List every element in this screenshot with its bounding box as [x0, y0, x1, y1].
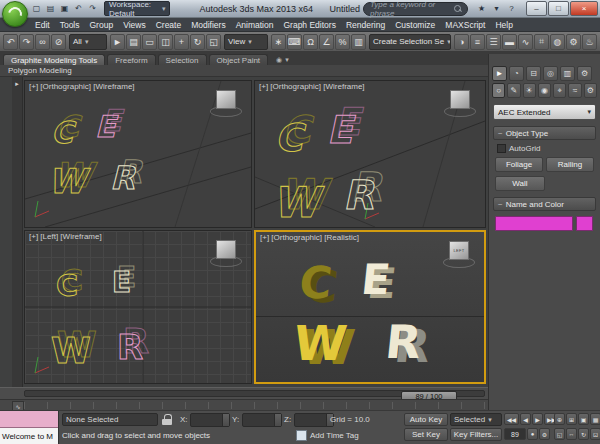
keyboard-shortcut-override-icon[interactable]: ⌨ [287, 34, 302, 50]
viewcube[interactable] [216, 240, 236, 259]
current-frame-field[interactable]: 89 [504, 428, 526, 440]
menu-item[interactable]: Edit [30, 20, 55, 30]
minimize-button[interactable]: – [526, 1, 547, 16]
letter-w-wire[interactable]: W [51, 330, 91, 371]
render-setup-icon[interactable]: ⚙ [566, 34, 581, 50]
pan-view-button[interactable]: ↔ [566, 428, 577, 440]
z-coordinate-field[interactable] [294, 413, 334, 427]
modify-tab-icon[interactable]: ◔ [509, 66, 524, 81]
align-icon[interactable]: ≡ [470, 34, 485, 50]
play-animation-button[interactable]: ▶ [532, 413, 543, 425]
helpers-category-icon[interactable]: ⌖ [553, 83, 566, 98]
name-and-color-rollout[interactable]: Name and Color [493, 197, 596, 211]
viewport-label[interactable]: [+] [Orthographic] [Wireframe] [259, 82, 365, 91]
select-by-name-icon[interactable]: ▤ [126, 34, 141, 50]
orbit-button[interactable]: ↻ [578, 428, 589, 440]
edit-named-selection-sets-icon[interactable]: ▥ [351, 34, 366, 50]
schematic-view-icon[interactable]: ⌗ [534, 34, 549, 50]
set-key-button[interactable]: Set Key [404, 428, 448, 441]
manage-layers-icon[interactable]: ☰ [486, 34, 501, 50]
letter-w-wire[interactable]: W [46, 161, 93, 200]
select-and-manipulate-icon[interactable]: ∗ [271, 34, 286, 50]
space-warps-category-icon[interactable]: ≈ [568, 83, 581, 98]
zoom-region-button[interactable]: ◱ [554, 428, 565, 440]
systems-category-icon[interactable]: ⚙ [584, 83, 597, 98]
zoom-all-button[interactable]: ⊞ [566, 413, 577, 425]
percent-snap-icon[interactable]: % [335, 34, 350, 50]
autogrid-checkbox[interactable] [497, 144, 506, 153]
viewcube[interactable] [450, 90, 470, 109]
motion-tab-icon[interactable]: ◎ [543, 66, 558, 81]
go-to-start-button[interactable]: ◀◀ [504, 413, 519, 425]
viewport-bottom-left[interactable]: [+] [Left] [Wireframe] C C E E W W R R [24, 230, 252, 384]
ribbon-tab-selection[interactable]: Selection [158, 54, 207, 65]
lights-category-icon[interactable]: ☀ [523, 83, 536, 98]
utilities-tab-icon[interactable]: ⚙ [577, 66, 592, 81]
x-coordinate-field[interactable] [190, 413, 230, 427]
letter-c-wire[interactable]: C [56, 268, 78, 303]
object-type-rollout[interactable]: Object Type [493, 126, 596, 140]
infocenter-search-input[interactable]: Type a keyword or phrase [363, 2, 468, 16]
angle-snap-icon[interactable]: ∠ [319, 34, 334, 50]
viewport-layout-tabs[interactable]: ▸ [12, 77, 23, 387]
time-slider-track[interactable]: 89 / 100 [24, 390, 485, 397]
letter-e-solid[interactable]: E [359, 255, 393, 304]
menu-item[interactable]: Modifiers [186, 20, 230, 30]
menu-item[interactable]: Graph Editors [278, 20, 340, 30]
close-button[interactable]: × [570, 1, 598, 16]
ribbon-config-icon[interactable]: ◉ [276, 56, 282, 64]
key-mode-toggle-button[interactable]: ● [527, 428, 538, 440]
letter-r-solid[interactable]: R [383, 315, 424, 369]
letter-w-solid[interactable]: W [291, 315, 350, 371]
select-and-link-icon[interactable]: ∞ [35, 34, 50, 50]
category-dropdown[interactable]: AEC Extended [493, 104, 596, 120]
polygon-modeling-row[interactable]: Polygon Modeling [0, 65, 488, 77]
macro-recorder-pane[interactable] [0, 411, 58, 428]
zoom-extents-button[interactable]: ▣ [578, 413, 589, 425]
render-production-icon[interactable]: ♨ [582, 34, 597, 50]
letter-e-wire[interactable]: E [112, 266, 131, 299]
hierarchy-tab-icon[interactable]: ⊟ [526, 66, 541, 81]
auto-key-button[interactable]: Auto Key [404, 413, 448, 426]
geometry-category-icon[interactable]: ○ [492, 83, 505, 98]
key-filters-button[interactable]: Key Filters... [450, 428, 502, 441]
listener-pane[interactable]: Welcome to M [0, 428, 58, 444]
menu-item[interactable]: Help [490, 20, 517, 30]
redo-title-icon[interactable]: ↷ [86, 2, 99, 15]
window-crossing-icon[interactable]: ◫ [158, 34, 173, 50]
viewport-top-left[interactable]: [+] [Orthographic] [Wireframe] C C E E W… [24, 80, 252, 228]
ribbon-minimize-icon[interactable]: ▾ [285, 56, 289, 64]
menu-item[interactable]: Tools [55, 20, 85, 30]
application-menu-button[interactable] [2, 1, 28, 27]
letter-e-wire[interactable]: E [325, 107, 360, 152]
select-and-rotate-icon[interactable]: ↻ [190, 34, 205, 50]
menu-item[interactable]: Create [151, 20, 187, 30]
menu-item[interactable]: MAXScript [440, 20, 490, 30]
undo-icon[interactable]: ↶ [3, 34, 18, 50]
time-configuration-button[interactable]: ⚙ [539, 428, 550, 440]
object-color-swatch[interactable] [576, 216, 593, 231]
search-icon[interactable] [454, 5, 461, 12]
curve-editor-icon[interactable]: ∿ [518, 34, 533, 50]
foliage-button[interactable]: Foliage [495, 157, 543, 172]
menu-item[interactable]: Views [118, 20, 151, 30]
sign-in-icon[interactable]: ★ [475, 2, 488, 15]
letter-r-wire[interactable]: R [341, 171, 382, 218]
viewport-bottom-right-active[interactable]: [+] [Orthographic] [Realistic] LEFT C C … [254, 230, 486, 384]
viewport-layout-arrow-icon[interactable]: ▸ [12, 80, 22, 88]
help-icon[interactable]: ? [505, 2, 518, 15]
letter-r-wire[interactable]: R [117, 327, 143, 367]
add-time-tag[interactable]: Add Time Tag [296, 430, 359, 441]
viewport-label[interactable]: [+] [Left] [Wireframe] [29, 232, 102, 241]
menu-item[interactable]: Group [85, 20, 119, 30]
ribbon-tab-object-paint[interactable]: Object Paint [209, 54, 269, 65]
mirror-icon[interactable]: ◑ [454, 34, 469, 50]
unlink-selection-icon[interactable]: ⊘ [51, 34, 66, 50]
named-selection-sets-dropdown[interactable]: Create Selection Se [369, 34, 451, 50]
select-object-icon[interactable]: ► [110, 34, 125, 50]
railing-button[interactable]: Railing [546, 157, 594, 172]
letter-e-wire[interactable]: E [93, 109, 122, 143]
new-scene-icon[interactable]: ▢ [30, 2, 43, 15]
cameras-category-icon[interactable]: ◉ [538, 83, 551, 98]
open-file-icon[interactable]: ▤ [44, 2, 57, 15]
